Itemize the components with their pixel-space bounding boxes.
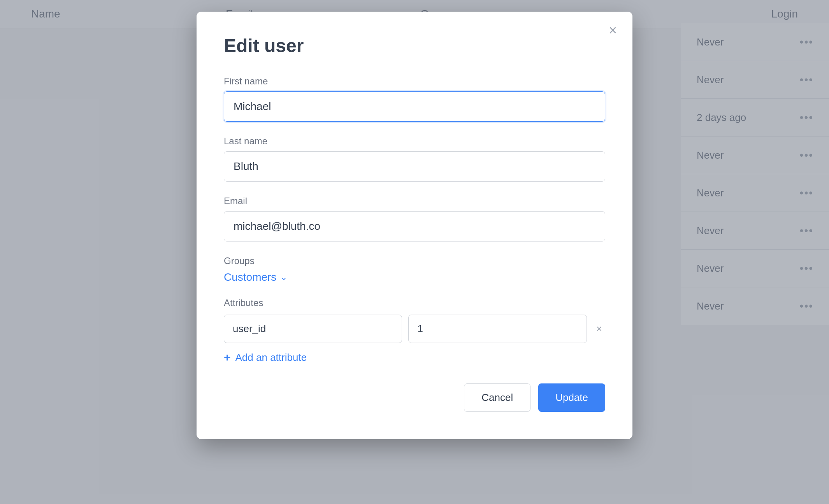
cancel-button[interactable]: Cancel bbox=[464, 383, 530, 412]
modal-overlay: Edit user × First name Last name Email G… bbox=[0, 0, 829, 504]
add-attribute-button[interactable]: + Add an attribute bbox=[224, 351, 307, 364]
groups-dropdown[interactable]: Customers ⌄ bbox=[224, 271, 287, 284]
modal-footer: Cancel Update bbox=[224, 383, 605, 412]
modal-title: Edit user bbox=[224, 35, 605, 56]
attributes-section: Attributes × + Add an attribute bbox=[224, 298, 605, 364]
groups-value-text: Customers bbox=[224, 271, 276, 284]
email-label: Email bbox=[224, 196, 605, 206]
update-button[interactable]: Update bbox=[538, 383, 605, 412]
add-attribute-label: Add an attribute bbox=[235, 352, 307, 364]
last-name-group: Last name bbox=[224, 136, 605, 182]
attributes-label: Attributes bbox=[224, 298, 605, 308]
edit-user-modal: Edit user × First name Last name Email G… bbox=[197, 12, 632, 439]
groups-group: Groups Customers ⌄ bbox=[224, 256, 605, 284]
attribute-row: × bbox=[224, 315, 605, 343]
last-name-input[interactable] bbox=[224, 151, 605, 182]
attribute-value-input[interactable] bbox=[408, 315, 587, 343]
groups-label: Groups bbox=[224, 256, 605, 266]
plus-icon: + bbox=[224, 351, 231, 364]
chevron-down-icon: ⌄ bbox=[280, 272, 287, 282]
email-input[interactable] bbox=[224, 211, 605, 242]
last-name-label: Last name bbox=[224, 136, 605, 147]
first-name-label: First name bbox=[224, 76, 605, 87]
attribute-remove-button[interactable]: × bbox=[593, 320, 605, 338]
attribute-key-input[interactable] bbox=[224, 315, 402, 343]
email-group: Email bbox=[224, 196, 605, 242]
close-button[interactable]: × bbox=[609, 23, 617, 37]
first-name-group: First name bbox=[224, 76, 605, 122]
first-name-input[interactable] bbox=[224, 91, 605, 122]
